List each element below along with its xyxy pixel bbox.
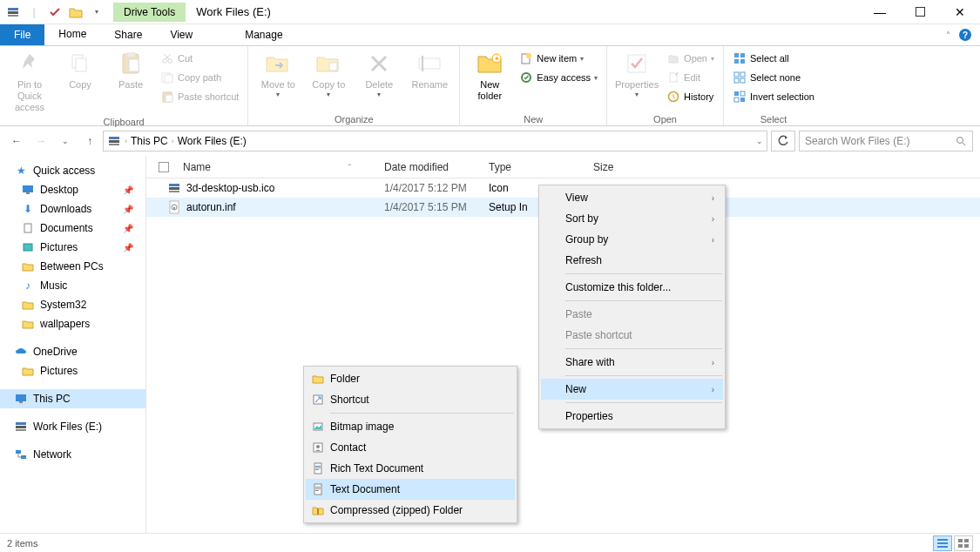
paste-label: Paste [118, 79, 143, 91]
sidebar-documents[interactable]: Documents📌 [0, 219, 145, 238]
app-icon[interactable] [3, 3, 23, 22]
col-name[interactable]: Name ⌃ [146, 161, 377, 173]
sidebar-between-pcs[interactable]: Between PCs [0, 257, 145, 276]
back-button[interactable]: ← [7, 131, 26, 151]
menu-refresh[interactable]: Refresh [541, 250, 723, 271]
tab-share[interactable]: Share [100, 24, 156, 45]
open-icon [666, 51, 680, 65]
svg-rect-76 [315, 488, 321, 489]
menu-group-by[interactable]: Group by› [541, 229, 723, 250]
copy-to-button[interactable]: Copy to [304, 48, 353, 101]
copy-path-button[interactable]: Copy path [157, 69, 242, 86]
qat-properties-icon[interactable] [45, 3, 64, 22]
open-button[interactable]: Open ▾ [663, 50, 718, 67]
menu-new-rtf[interactable]: Rich Text Document [306, 458, 515, 479]
search-icon [956, 136, 967, 147]
edit-button[interactable]: Edit [663, 69, 718, 86]
sidebar-desktop[interactable]: Desktop📌 [0, 180, 145, 199]
select-none-button[interactable]: Select none [729, 69, 818, 86]
scissors-icon [160, 51, 174, 65]
svg-rect-30 [734, 72, 739, 77]
sidebar-onedrive-pictures[interactable]: Pictures [0, 361, 145, 380]
sidebar-quick-access[interactable]: ★Quick access [0, 161, 145, 180]
crumb-sep[interactable]: › [172, 137, 174, 145]
menu-paste-shortcut[interactable]: Paste shortcut [541, 325, 723, 346]
select-all-button[interactable]: Select all [729, 50, 818, 67]
menu-view[interactable]: View› [541, 187, 723, 208]
pin-to-quick-access-button[interactable]: Pin to Quick access [5, 48, 54, 116]
collapse-ribbon-icon[interactable]: ˄ [946, 30, 950, 40]
menu-share-with[interactable]: Share with› [541, 352, 723, 373]
up-button[interactable]: ↑ [80, 131, 99, 151]
qat-new-folder-icon[interactable] [66, 3, 85, 22]
search-input[interactable]: Search Work Files (E:) [799, 131, 973, 151]
refresh-button[interactable] [771, 131, 795, 151]
menu-new-text[interactable]: Text Document [306, 479, 515, 500]
select-none-label: Select none [750, 72, 801, 83]
maximize-button[interactable] [900, 0, 940, 24]
new-item-button[interactable]: New item ▾ [516, 50, 601, 67]
sidebar-wallpapers[interactable]: wallpapers [0, 314, 145, 333]
svg-rect-42 [23, 185, 33, 192]
sidebar-system32[interactable]: System32 [0, 295, 145, 314]
history-button[interactable]: History [663, 88, 718, 105]
menu-new-contact[interactable]: Contact [306, 437, 515, 458]
sidebar-music[interactable]: ♪Music [0, 276, 145, 295]
paste-shortcut-icon [160, 90, 174, 104]
select-all-checkbox[interactable] [159, 162, 169, 172]
sidebar-onedrive[interactable]: OneDrive [0, 342, 145, 361]
address-bar[interactable]: › This PC › Work Files (E:) ⌄ [103, 131, 767, 151]
recent-dropdown[interactable]: ⌄ [56, 131, 75, 151]
crumb-sep[interactable]: › [125, 137, 127, 145]
drive-tools-context-tab[interactable]: Drive Tools [113, 3, 186, 22]
delete-button[interactable]: Delete [355, 48, 403, 101]
properties-button[interactable]: Properties [612, 48, 661, 101]
help-icon[interactable]: ? [959, 29, 971, 41]
tab-home[interactable]: Home [44, 24, 100, 45]
forward-button[interactable]: → [31, 131, 51, 151]
submenu-arrow-icon: › [712, 235, 714, 245]
menu-new-folder[interactable]: Folder [306, 368, 515, 389]
svg-rect-15 [329, 63, 337, 71]
col-date[interactable]: Date modified [377, 161, 482, 173]
menu-sort-by[interactable]: Sort by› [541, 208, 723, 229]
details-view-toggle[interactable] [933, 535, 952, 551]
move-to-button[interactable]: Move to [253, 48, 302, 101]
thumbnails-view-toggle[interactable] [954, 535, 973, 551]
sidebar-this-pc[interactable]: This PC [0, 389, 145, 408]
sidebar-downloads[interactable]: ⬇Downloads📌 [0, 199, 145, 219]
menu-new-bitmap[interactable]: Bitmap image [306, 416, 515, 437]
tab-manage[interactable]: Manage [231, 24, 296, 45]
svg-point-41 [957, 137, 963, 143]
menu-properties[interactable]: Properties [541, 406, 723, 427]
tab-file[interactable]: File [0, 24, 44, 45]
easy-access-button[interactable]: Easy access ▾ [516, 69, 601, 86]
paste-button[interactable]: Paste [106, 48, 155, 92]
new-folder-button[interactable]: ✦ New folder [465, 48, 514, 104]
invert-selection-button[interactable]: Invert selection [729, 88, 818, 105]
sidebar-pictures[interactable]: Pictures📌 [0, 238, 145, 257]
cut-button[interactable]: Cut [157, 50, 242, 67]
address-dropdown-icon[interactable]: ⌄ [756, 137, 763, 145]
crumb-drive[interactable]: Work Files (E:) [178, 135, 247, 147]
menu-customize[interactable]: Customize this folder... [541, 277, 723, 298]
tab-view[interactable]: View [156, 24, 206, 45]
qat-dropdown[interactable]: ▾ [87, 3, 106, 22]
col-size[interactable]: Size [586, 161, 691, 173]
drive-icon [107, 134, 121, 148]
sidebar-work-files[interactable]: Work Files (E:) [0, 417, 145, 436]
svg-rect-38 [109, 137, 119, 139]
crumb-this-pc[interactable]: This PC [131, 135, 168, 147]
sidebar-network[interactable]: Network [0, 445, 145, 464]
copy-button[interactable]: Copy [56, 48, 105, 92]
menu-paste[interactable]: Paste [541, 304, 723, 325]
menu-new[interactable]: New› [541, 379, 723, 400]
rename-button[interactable]: Rename [405, 48, 454, 92]
menu-new-zip[interactable]: Compressed (zipped) Folder [306, 500, 515, 521]
paste-shortcut-button[interactable]: Paste shortcut [157, 88, 242, 105]
close-button[interactable]: ✕ [940, 0, 980, 24]
menu-new-shortcut[interactable]: Shortcut [306, 389, 515, 410]
copy-to-icon [314, 50, 342, 77]
col-type[interactable]: Type [482, 161, 586, 173]
minimize-button[interactable]: — [860, 0, 900, 24]
